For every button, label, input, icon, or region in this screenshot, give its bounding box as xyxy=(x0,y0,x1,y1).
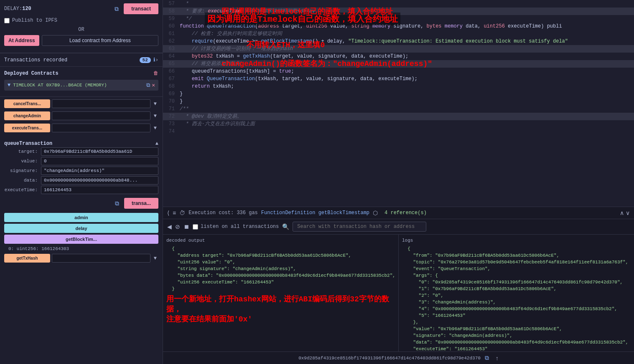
transactions-label: Transactions recorded xyxy=(4,57,137,63)
code-line-74: 74 xyxy=(163,128,634,135)
delay-button[interactable]: delay xyxy=(4,224,158,233)
code-line-63: 63 // 计算交易的唯一识别符：一堆东西的hash xyxy=(163,45,634,53)
value-input[interactable] xyxy=(41,157,158,165)
execute-time-field-row: executeTime: xyxy=(0,186,163,194)
publish-label: Publish to IPFS xyxy=(12,18,57,23)
transact2-row: ⧉ transa... xyxy=(0,195,163,211)
execute-trans-input[interactable]: address target, uint256 value, string si… xyxy=(52,124,150,132)
code-line-62: 62 require(executeTime >= getBlockTimest… xyxy=(163,38,634,45)
code-line-66: 66 queuedTransactions[txHash] = true; xyxy=(163,68,634,75)
cancel-trans-chevron[interactable]: ▼ xyxy=(152,99,158,109)
tx-stop-button[interactable]: ⏹ xyxy=(183,223,189,230)
gettxhash-button[interactable]: getTxHash xyxy=(4,254,50,263)
execute-trans-chevron[interactable]: ▼ xyxy=(152,124,158,133)
cancel-trans-row: cancelTrans... address target, uint256 v… xyxy=(4,99,158,110)
admin-button[interactable]: admin xyxy=(4,213,158,222)
tx-content: decoded output { "address target": "0x7b… xyxy=(163,235,634,351)
change-admin-chevron[interactable]: ▼ xyxy=(152,111,158,121)
collapse-icon[interactable]: ⟨ xyxy=(167,210,169,216)
change-admin-row: changeAdmin 0xAb8483F64d9C6d1Ecf9b849Ae6… xyxy=(4,111,158,122)
transact2-copy-button[interactable]: ⧉ xyxy=(115,200,119,207)
code-line-60: 60 function queueTransaction(address tar… xyxy=(163,23,634,30)
left-top-section: DELAY: 120 ⧉ transact Publish to IPFS OR… xyxy=(0,0,163,53)
logs-area: logs { "from": "0x7b96aF9Bd211cBf6BA5b0d… xyxy=(399,235,634,351)
signature-label: signature: xyxy=(4,168,38,173)
contract-close-icon[interactable]: ✕ xyxy=(152,82,155,88)
code-line-67: 67 emit QueueTransaction(txHash, target,… xyxy=(163,75,634,83)
ref-count: 4 reference(s) xyxy=(384,210,427,216)
annotation-text-4: 用一个新地址，打开hashex网站，进行ABI编码后得到32字节的数据，注意要在… xyxy=(166,294,395,324)
code-line-57: 57 * xyxy=(163,0,634,8)
signature-input[interactable] xyxy=(41,167,158,175)
target-field-row: target: xyxy=(0,147,163,156)
transact-button[interactable]: transact xyxy=(124,3,158,14)
code-line-61: 61 // 检查: 交易执行时间需足够锁定时间 xyxy=(163,30,634,38)
contract-item: ▼ TIMELOCK AT 0X7B9...B6ACE (MEMORY) ⧉ ✕ xyxy=(4,80,158,91)
code-line-73: 73 * 西去·六爻在左作识别我上面 xyxy=(163,120,634,128)
contract-expand-icon[interactable]: ▼ xyxy=(8,82,10,88)
gettxhash-chevron[interactable]: ▼ xyxy=(152,254,158,263)
change-admin-input[interactable]: 0xAb8483F64d9C6d1Ecf9b849Ae677dD xyxy=(52,111,150,120)
data-field-row: data: xyxy=(0,176,163,185)
listen-label: listen on all transactions xyxy=(201,224,279,230)
tx-collapse-button[interactable]: ◀ xyxy=(167,223,172,230)
trash-icon[interactable]: 🗑 xyxy=(153,70,158,76)
publish-checkbox[interactable] xyxy=(4,18,10,23)
code-line-65: 65 // 将交易添加到队列 xyxy=(163,60,634,68)
code-line-59: 59 */ xyxy=(163,15,634,23)
queue-title: queueTransaction ▲ xyxy=(0,138,163,147)
data-label: data: xyxy=(4,178,38,183)
copy-button[interactable]: ⧉ xyxy=(115,5,119,13)
change-admin-button[interactable]: changeAdmin xyxy=(4,111,50,120)
share-icon[interactable]: ⬡ xyxy=(373,210,378,216)
publish-row: Publish to IPFS xyxy=(4,18,158,23)
execute-trans-row: executeTrans... address target, uint256 … xyxy=(4,124,158,134)
logs-title: logs xyxy=(402,238,631,243)
tx-search-area: ◀ ⊘ ⏹ listen on all transactions 🔍 decod… xyxy=(163,219,634,364)
search-icon[interactable]: 🔍 xyxy=(282,223,289,230)
delay-row: DELAY: 120 ⧉ transact xyxy=(4,3,158,14)
expand-buttons: ∧ ∨ xyxy=(620,210,630,216)
transactions-badge: 52 xyxy=(140,57,151,63)
code-line-72: 72 * @dev 取消特定交易。 xyxy=(163,113,634,120)
execute-time-input[interactable] xyxy=(41,186,158,194)
getblocktime-button[interactable]: getBlockTim... xyxy=(4,235,158,244)
chevron-up-icon[interactable]: ∧ xyxy=(620,210,624,216)
listen-row: listen on all transactions xyxy=(193,224,279,230)
tx-filter-button[interactable]: ⊘ xyxy=(175,223,180,230)
queue-chevron-icon[interactable]: ▲ xyxy=(155,141,158,147)
delay-label: DELAY: xyxy=(4,6,22,12)
logs-content: { "from": "0x7b96aF9Bd211cBf6BA5b0dd53aa… xyxy=(402,245,631,351)
load-contract-button[interactable]: Load contract from Address xyxy=(42,35,158,46)
code-line-68: 68 return txHash; xyxy=(163,83,634,90)
execute-trans-button[interactable]: executeTrans... xyxy=(4,124,50,132)
decoded-output-title: decoded output xyxy=(166,238,395,243)
target-input[interactable] xyxy=(41,147,158,156)
code-line-69: 69 } xyxy=(163,90,634,98)
code-line-70: 70 } xyxy=(163,98,634,105)
tx-arrow-up-button[interactable]: ↑ xyxy=(496,355,499,361)
func-def: FunctionDefinition getBlockTimestamp xyxy=(261,210,369,216)
transactions-row: Transactions recorded 52 ℹ › xyxy=(0,53,163,67)
panel-icons[interactable]: ≡ xyxy=(173,210,176,216)
chevron-down-icon[interactable]: ∨ xyxy=(626,210,630,216)
tx-copy-button[interactable]: ⧉ xyxy=(485,354,489,361)
timer-icon[interactable]: ⏱ xyxy=(179,210,185,216)
delay-value: 120 xyxy=(22,6,31,12)
cancel-trans-input[interactable]: address target, uint256 value, string si… xyxy=(52,99,150,108)
listen-checkbox[interactable] xyxy=(193,224,198,230)
tx-address-output: 0x9d285af4319ce8516bf174931396f166647d14… xyxy=(298,356,481,361)
cancel-trans-button[interactable]: cancelTrans... xyxy=(4,99,50,108)
at-address-button[interactable]: At Address xyxy=(4,35,39,46)
gettxhash-input[interactable]: address target, uint256 value, string si… xyxy=(52,254,150,263)
bottom-toolbar: ⟨ ≡ ⏱ Execution cost: 336 gas FunctionDe… xyxy=(163,207,634,219)
transact2-button[interactable]: transa... xyxy=(124,198,158,209)
or-row: OR xyxy=(4,27,158,33)
contract-copy-icon[interactable]: ⧉ xyxy=(146,82,150,88)
data-input[interactable] xyxy=(41,176,158,185)
tx-search-input[interactable] xyxy=(293,222,426,232)
chevron-right-icon[interactable]: › xyxy=(155,57,158,63)
value-field-row: value: xyxy=(0,157,163,165)
code-lines: 57 * 58 * 要求: executeTime 大于 当前区块链时间戳+de… xyxy=(163,0,634,135)
deployed-header: Deployed Contracts 🗑 xyxy=(4,70,158,76)
